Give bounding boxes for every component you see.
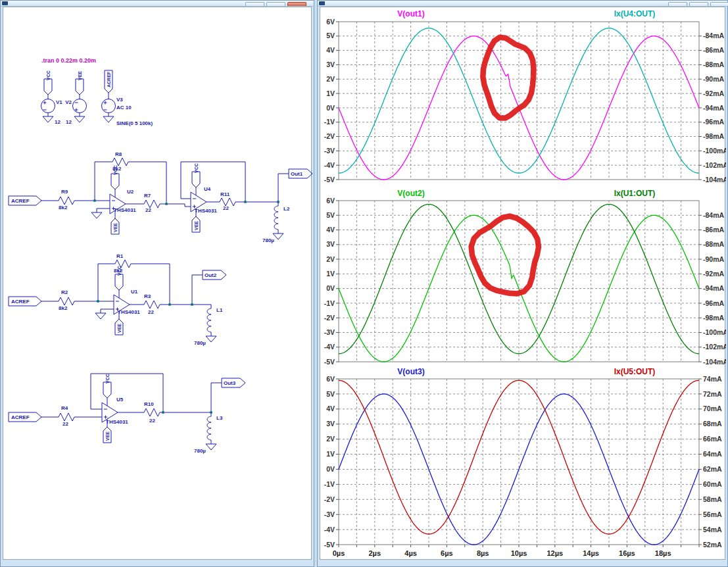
u4-ref[interactable]: U4: [204, 186, 211, 192]
legend-Ix(U4:OUT)[interactable]: Ix(U4:OUT): [614, 9, 656, 18]
r7-ref[interactable]: R7: [144, 193, 151, 199]
opamp-u2[interactable]: [110, 189, 126, 218]
maximize-button[interactable]: [266, 2, 285, 6]
v3-spec[interactable]: AC 10: [116, 105, 132, 111]
schematic-canvas[interactable]: .tran 0 0.22m 0.20m VCC V1 12: [3, 7, 312, 560]
u4-vee-label[interactable]: VEE: [194, 221, 199, 230]
wave-maximize-button[interactable]: [689, 2, 708, 6]
r3-ref[interactable]: R3: [144, 293, 151, 299]
legend-Ix(U1:OUT)[interactable]: Ix(U1:OUT): [614, 189, 656, 198]
u1-part[interactable]: THS4031: [118, 309, 140, 315]
u2-vcc-label[interactable]: VCC: [113, 165, 118, 175]
v1-value[interactable]: 12: [55, 119, 61, 125]
r11-value[interactable]: 22: [223, 205, 229, 211]
voltage-source-v1[interactable]: VCC V1 12: [41, 70, 63, 125]
v2-ref[interactable]: V2: [65, 99, 72, 105]
l2-ref[interactable]: L2: [283, 206, 290, 212]
u4-vcc-label[interactable]: VCC: [194, 163, 199, 173]
waveform-canvas[interactable]: 6V5V4V3V2V1V0V-1V-2V-3V-4V-5V-84mA-86mA-…: [320, 7, 725, 560]
r2-value[interactable]: 8k2: [59, 305, 68, 311]
u2-part[interactable]: THS4031: [114, 207, 136, 213]
r4-value[interactable]: 22: [62, 421, 68, 427]
legend-V(out3)[interactable]: V(out3): [397, 367, 424, 376]
inductor-l2[interactable]: [274, 206, 278, 230]
voltage-source-v2[interactable]: VEE V2 12: [65, 71, 86, 125]
voltage-source-v3[interactable]: ACREF V3 AC 10 SINE(0 5 100k): [102, 70, 153, 126]
v3-ref[interactable]: V3: [116, 97, 123, 103]
ground-u1-input[interactable]: [95, 313, 106, 319]
port-out1-label[interactable]: Out1: [291, 171, 303, 177]
resistor-r2[interactable]: [56, 297, 77, 305]
schematic-titlebar[interactable]: [1, 1, 314, 7]
legend-Ix(U5:OUT)[interactable]: Ix(U5:OUT): [614, 367, 656, 376]
v1-ref[interactable]: V1: [56, 99, 62, 105]
resistor-r3[interactable]: [141, 301, 162, 308]
l3-ref[interactable]: L3: [216, 415, 223, 421]
l1-ref[interactable]: L1: [216, 307, 223, 313]
resistor-r7[interactable]: [141, 200, 162, 208]
r2-ref[interactable]: R2: [61, 289, 68, 295]
r10-value[interactable]: 22: [149, 418, 155, 424]
u4-part[interactable]: THS4031: [195, 208, 217, 214]
inductor-l3[interactable]: [207, 416, 211, 440]
ground-u2-input[interactable]: [91, 212, 102, 218]
resistor-r10[interactable]: [141, 408, 162, 416]
v3-value[interactable]: SINE(0 5 100k): [116, 120, 153, 126]
wave-minimize-button[interactable]: [668, 2, 687, 6]
r7-value[interactable]: 22: [145, 207, 151, 213]
port-out3-label[interactable]: Out3: [224, 380, 236, 386]
u1-vcc-flag[interactable]: [115, 274, 123, 290]
port-acref-3-label[interactable]: ACREF: [11, 414, 30, 420]
wires-circuit1[interactable]: [41, 162, 289, 234]
r3-value[interactable]: 22: [148, 309, 154, 315]
minimize-button[interactable]: [245, 2, 264, 6]
u5-ref[interactable]: U5: [116, 397, 124, 403]
u2-vcc-flag[interactable]: [111, 174, 119, 189]
waveform-titlebar[interactable]: [318, 1, 727, 7]
r1-ref[interactable]: R1: [116, 253, 124, 259]
net-flag-vee[interactable]: VEE: [78, 71, 82, 80]
legend-V(out2)[interactable]: V(out2): [397, 189, 424, 198]
net-flag-acref[interactable]: ACREF: [107, 71, 111, 87]
u5-vcc-flag[interactable]: [103, 382, 111, 398]
waveform-plot[interactable]: 6V5V4V3V2V1V0V-1V-2V-3V-4V-5V-84mA-86mA-…: [320, 7, 726, 560]
legend-V(out1)[interactable]: V(out1): [397, 9, 424, 18]
r8-ref[interactable]: R8: [115, 151, 122, 157]
net-flag-vcc[interactable]: VCC: [46, 70, 51, 80]
resistor-r1[interactable]: [112, 260, 133, 268]
r9-value[interactable]: 8k2: [59, 205, 68, 210]
l3-value[interactable]: 780µ: [194, 448, 206, 454]
u5-part[interactable]: THS4031: [106, 419, 128, 425]
resistor-r9[interactable]: [56, 197, 77, 205]
close-button[interactable]: [287, 2, 306, 6]
u4-vcc-flag[interactable]: [192, 172, 200, 187]
inductor-l1[interactable]: [207, 308, 211, 332]
circuit3[interactable]: ACREF R4 22 U5 THS4031 VCC VEE R10 22 Ou…: [9, 374, 245, 454]
circuit1[interactable]: ACREF R9 8k2 R8 8k2 U2 THS4031 VCC VEE: [9, 151, 312, 243]
port-acref-1-label[interactable]: ACREF: [11, 198, 30, 204]
u1-vcc-label[interactable]: VCC: [117, 266, 122, 276]
r11-ref[interactable]: R11: [220, 191, 230, 197]
resistor-r8[interactable]: [110, 158, 131, 166]
u5-vcc-label[interactable]: VCC: [105, 374, 110, 383]
wires-circuit3[interactable]: [41, 374, 222, 444]
schematic-drawing[interactable]: .tran 0 0.22m 0.20m VCC V1 12: [3, 7, 312, 560]
u1-vee-label[interactable]: VEE: [117, 324, 122, 333]
spice-directive[interactable]: .tran 0 0.22m 0.20m: [41, 57, 96, 64]
ground-l3[interactable]: [206, 444, 216, 450]
ground-l1[interactable]: [206, 336, 216, 342]
r9-ref[interactable]: R9: [61, 189, 68, 195]
l2-value[interactable]: 780µ: [262, 237, 274, 243]
circuit2[interactable]: ACREF R2 8k2 R1 8k2 U1 THS4031 VCC VEE: [9, 253, 226, 346]
u2-vee-label[interactable]: VEE: [113, 223, 118, 232]
wave-close-button[interactable]: [710, 2, 728, 6]
r10-ref[interactable]: R10: [144, 401, 154, 407]
port-out2-label[interactable]: Out2: [205, 272, 217, 278]
v2-value[interactable]: 12: [66, 119, 72, 125]
ground-l2[interactable]: [273, 234, 283, 239]
u2-ref[interactable]: U2: [127, 189, 134, 195]
l1-value[interactable]: 780µ: [194, 340, 206, 346]
r4-ref[interactable]: R4: [61, 405, 68, 411]
port-acref-2-label[interactable]: ACREF: [11, 299, 30, 305]
resistor-r4[interactable]: [56, 413, 77, 421]
